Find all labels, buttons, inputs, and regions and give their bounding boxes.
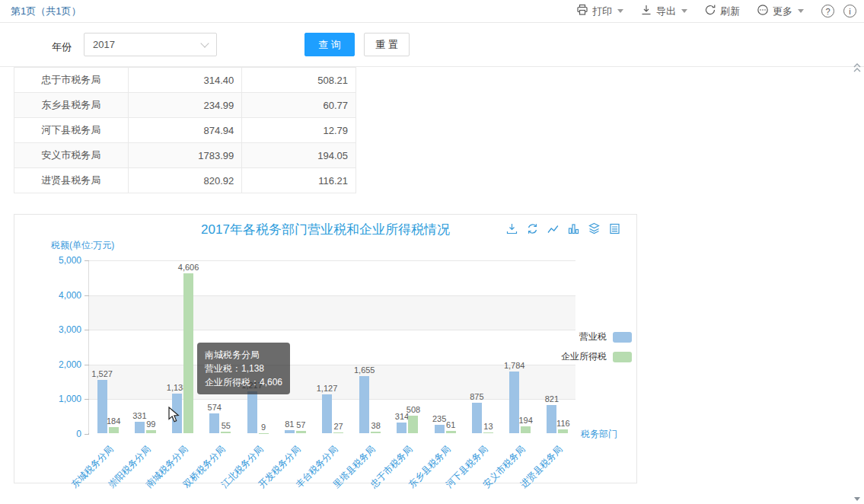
top-toolbar: 第1页（共1页） 打印 导出 [0, 0, 864, 23]
dept-name-cell: 进贤县税务局 [14, 168, 129, 193]
bar-value-label: 1,127 [304, 384, 350, 393]
print-label: 打印 [592, 5, 612, 18]
info-glyph: i [849, 7, 850, 16]
info-icon[interactable]: i [843, 5, 856, 18]
y-axis-tick [84, 399, 89, 400]
business-tax-cell: 874.94 [128, 118, 242, 143]
year-select[interactable]: 2017 [84, 33, 217, 56]
collapse-chevrons-icon[interactable] [853, 62, 862, 76]
bar-value-label: 1,527 [79, 369, 125, 378]
chart-legend: 营业税 企业所得税 [495, 330, 632, 370]
bar-value-label: 574 [192, 403, 238, 412]
bar-business-tax[interactable] [172, 394, 182, 433]
toolbar-actions: 打印 导出 刷新 [568, 4, 856, 18]
y-tick-label: 5,000 [14, 255, 81, 266]
table-row: 安义市税务局 1783.99 194.05 [14, 143, 356, 168]
tooltip-title: 南城税务分局 [205, 348, 282, 362]
bar-value-label: 875 [454, 392, 499, 401]
income-tax-cell: 194.05 [242, 143, 356, 168]
help-glyph: ? [825, 7, 830, 16]
bar-value-label: 99 [128, 419, 174, 429]
refresh-button[interactable]: 刷新 [696, 4, 748, 18]
legend-item-income-tax[interactable]: 企业所得税 [495, 350, 632, 363]
bar-value-label: 821 [529, 394, 575, 404]
refresh-label: 刷新 [720, 5, 740, 18]
export-label: 导出 [656, 5, 676, 18]
y-axis-tick [84, 295, 89, 296]
bar-income-tax[interactable] [296, 431, 306, 433]
x-category-label: 进贤县税务局 [498, 443, 566, 504]
bar-income-tax[interactable] [146, 430, 156, 434]
plot-band [89, 295, 575, 330]
stack-icon[interactable] [588, 222, 601, 235]
print-button[interactable]: 打印 [568, 4, 632, 18]
bar-value-label: 4,606 [166, 263, 212, 272]
gridline [89, 260, 575, 261]
more-icon [757, 4, 769, 18]
line-chart-icon[interactable] [547, 222, 560, 235]
chart-panel: 2017年各税务部门营业税和企业所得税情况 [14, 214, 637, 483]
chevron-down-icon [798, 9, 804, 13]
bar-income-tax[interactable] [446, 431, 456, 433]
y-axis-tick [84, 365, 89, 365]
chart-tooltip: 南城税务分局 营业税：1,138 企业所得税：4,606 [197, 343, 290, 394]
bar-value-label: 38 [353, 421, 399, 430]
bar-income-tax[interactable] [521, 426, 531, 433]
y-tick-label: 2,000 [14, 359, 81, 370]
more-button[interactable]: 更多 [748, 4, 812, 18]
bar-income-tax[interactable] [109, 427, 119, 433]
business-tax-cell: 314.40 [128, 68, 242, 93]
scroll-down-arrow-icon[interactable] [854, 497, 860, 501]
year-select-value: 2017 [93, 39, 115, 50]
y-axis-name: 税额(单位:万元) [51, 239, 114, 252]
legend-swatch-blue [613, 332, 632, 343]
bar-value-label: 116 [540, 419, 586, 428]
bar-income-tax[interactable] [558, 429, 568, 433]
year-label: 年份 [52, 40, 72, 54]
tax-table: 忠于市税务局 314.40 508.21 东乡县税务局 234.99 60.77… [14, 67, 356, 193]
gridline [89, 399, 575, 400]
tooltip-line: 企业所得税：4,606 [205, 375, 282, 389]
business-tax-cell: 234.99 [128, 93, 242, 118]
plot-band [89, 260, 575, 295]
bar-chart-icon[interactable] [567, 222, 580, 235]
query-button[interactable]: 查 询 [304, 33, 355, 56]
download-icon[interactable] [505, 222, 518, 235]
y-tick-label: 0 [14, 429, 81, 439]
income-tax-cell: 116.21 [242, 168, 356, 193]
dept-name-cell: 东乡县税务局 [14, 93, 129, 118]
table-row: 河下县税务局 874.94 12.79 [14, 118, 356, 143]
more-label: 更多 [773, 5, 792, 18]
bar-income-tax[interactable] [483, 432, 493, 433]
business-tax-cell: 1783.99 [128, 143, 242, 168]
x-axis-labels: 东城税务分局崇阳税务分局南城税务分局双桥税务分局江北税务分局开发税务分局丰台税务… [88, 439, 575, 486]
legend-label: 营业税 [579, 330, 607, 343]
dept-name-cell: 安义市税务局 [14, 143, 129, 168]
bar-business-tax[interactable] [397, 423, 406, 433]
business-tax-cell: 820.92 [128, 168, 242, 193]
chevron-down-icon [617, 9, 623, 13]
bar-income-tax[interactable] [333, 432, 343, 433]
parameter-pane: 年份 2017 查 询 重 置 [0, 23, 864, 67]
y-axis-tick [84, 260, 89, 261]
bar-income-tax[interactable] [221, 432, 231, 434]
printer-icon [576, 4, 588, 18]
legend-item-business-tax[interactable]: 营业税 [495, 330, 632, 343]
bar-business-tax[interactable] [285, 430, 295, 433]
bar-value-label: 1,655 [342, 365, 387, 375]
table-row: 忠于市税务局 314.40 508.21 [14, 68, 356, 93]
data-view-icon[interactable] [608, 222, 621, 235]
refresh-icon[interactable] [526, 222, 539, 235]
refresh-icon [704, 4, 716, 18]
income-tax-cell: 12.79 [242, 118, 356, 143]
reset-button[interactable]: 重 置 [364, 33, 410, 56]
income-tax-cell: 60.77 [242, 93, 356, 118]
legend-swatch-green [613, 352, 632, 362]
y-tick-label: 1,000 [14, 394, 81, 404]
bar-income-tax[interactable] [371, 432, 381, 433]
legend-label: 企业所得税 [561, 350, 607, 363]
x-axis-name: 税务部门 [581, 428, 617, 441]
help-icon[interactable]: ? [821, 5, 834, 18]
y-tick-label: 4,000 [14, 290, 81, 301]
export-button[interactable]: 导出 [632, 4, 696, 18]
